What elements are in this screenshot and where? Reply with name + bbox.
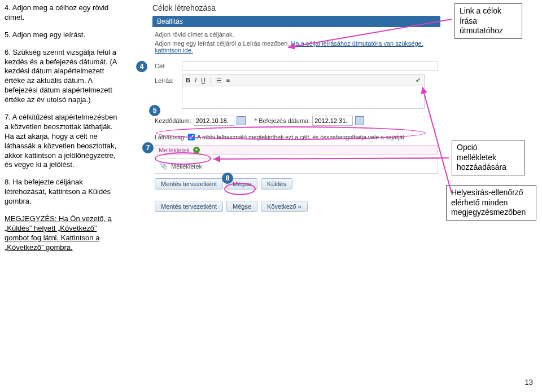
callout-spell-l3: megjegyzésmezőben	[451, 208, 526, 217]
step-7: 7. A célkitűzést alapértelmezésben a köz…	[5, 113, 123, 170]
callout-attach-l2: mellékletek	[457, 153, 496, 162]
ol-icon[interactable]: ≡	[226, 77, 230, 83]
sep-icon: |	[210, 77, 212, 83]
step-5: 5. Adjon meg egy leírást.	[5, 30, 123, 40]
attachments-header[interactable]: Mellékletek +	[155, 145, 438, 155]
page-title: Célok létrehozása	[152, 3, 440, 12]
goal-desc-label: Leírás:	[155, 74, 182, 84]
start-date-input[interactable]	[194, 116, 234, 126]
goal-title-input[interactable]	[182, 61, 438, 71]
button-row-2: Mentés tervezetként Mégse Következő »	[155, 201, 438, 212]
step-8: 8. Ha befejezte céljának létrehozását, k…	[5, 178, 123, 206]
callout-spell-l2: elérhető minden	[451, 198, 508, 207]
editor-wrap: B I U | ☰ ≡ ✔	[182, 74, 425, 109]
calendar-icon-2[interactable]	[355, 116, 364, 125]
app-panel: Célok létrehozása Beállítás Adjon rövid …	[152, 3, 440, 217]
visibility-row: Láthatóság: A többi felhasználó megtekin…	[152, 129, 440, 142]
goal-title-label: Cél:	[155, 63, 182, 69]
callout-attach-l1: Opció	[457, 143, 478, 152]
callout-attach: Opció mellékletek hozzáadására	[452, 140, 525, 175]
step-6: 6. Szükség szerint vizsgálja felül a kez…	[5, 48, 123, 105]
bold-icon[interactable]: B	[186, 77, 190, 83]
spellcheck-icon[interactable]: ✔	[416, 77, 421, 84]
page-number: 13	[525, 378, 533, 386]
end-date-input[interactable]	[312, 116, 353, 126]
tab-settings[interactable]: Beállítás	[152, 16, 440, 27]
visibility-checkbox[interactable]	[188, 134, 195, 140]
date-row: Kezdődátum: * Befejezés dátuma:	[152, 110, 440, 129]
step-4: 4. Adjon meg a célhoz egy rövid címet.	[5, 3, 123, 23]
callout-guide-l2: írása	[460, 16, 477, 25]
callout-spell-l1: Helyesírás-ellenőrző	[451, 188, 523, 197]
callout-attach-l3: hozzáadására	[457, 162, 506, 171]
editor-toolbar: B I U | ☰ ≡ ✔	[182, 74, 425, 86]
save-draft-button-2[interactable]: Mentés tervezetként	[155, 201, 223, 212]
callout-guide: Link a célok írása útmutatóhoz	[454, 3, 522, 39]
add-attachment-icon[interactable]: +	[193, 147, 200, 153]
badge-4: 4	[136, 61, 147, 72]
attachments-title: Mellékletek	[159, 147, 190, 153]
goal-desc-editor[interactable]	[182, 86, 425, 109]
save-draft-button[interactable]: Mentés tervezetként	[155, 178, 223, 190]
attachments-body: 📎 Mellékletek	[155, 158, 438, 174]
calendar-icon[interactable]	[237, 116, 246, 125]
cancel-button-2[interactable]: Mégse	[226, 201, 257, 212]
badge-8: 8	[222, 173, 233, 184]
end-date-label: * Befejezés dátuma:	[255, 117, 310, 124]
goal-title-row: Cél:	[152, 59, 440, 73]
attachments-body-label: Mellékletek	[171, 163, 202, 170]
badge-5: 5	[149, 105, 160, 116]
button-row-1: Mentés tervezetként Mégse Küldés	[155, 178, 438, 190]
underline-icon[interactable]: U	[201, 77, 206, 83]
send-button[interactable]: Küldés	[261, 178, 292, 190]
helper-text-1: Adjon rövid címet a céljának.	[152, 27, 440, 39]
next-button[interactable]: Következő »	[261, 201, 308, 212]
italic-icon[interactable]: I	[195, 77, 196, 83]
callout-guide-l1: Link a célok	[460, 6, 501, 15]
list-icon[interactable]: ☰	[216, 77, 222, 84]
helper-text-2: Adjon meg egy leírást céljáról a Leírás …	[152, 39, 440, 59]
callout-spell: Helyesírás-ellenőrző elérhető minden meg…	[446, 185, 536, 221]
badge-7: 7	[142, 142, 154, 153]
instruction-column: 4. Adjon meg a célhoz egy rövid címet. 5…	[5, 3, 123, 261]
paperclip-icon: 📎	[160, 162, 168, 170]
helper-text-2a: Adjon meg egy leírást céljáról a Leírás …	[155, 40, 291, 47]
start-date-label: Kezdődátum:	[155, 117, 191, 124]
callout-guide-l3: útmutatóhoz	[460, 26, 503, 35]
note-text: MEGJEGYZÉS: Ha Ön vezető, a „Küldés” hel…	[5, 214, 123, 253]
visibility-label: Láthatóság:	[155, 134, 186, 140]
visibility-text: A többi felhasználó megtekintheti ezt a …	[197, 134, 406, 140]
goal-desc-row: Leírás: B I U | ☰ ≡ ✔	[152, 73, 440, 110]
